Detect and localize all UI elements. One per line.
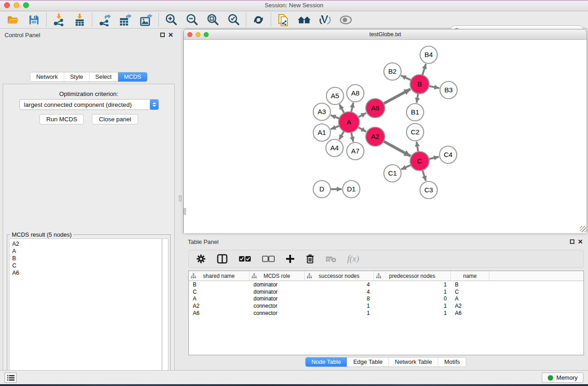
zoom-out-icon[interactable] <box>185 13 199 27</box>
node-B2[interactable]: B2 <box>384 63 401 80</box>
table-float-panel-icon[interactable] <box>570 239 574 244</box>
column-header-successor-nodes[interactable]: successor nodes <box>305 271 374 281</box>
tab-style[interactable]: Style <box>64 72 89 81</box>
network-home-icon[interactable] <box>297 13 311 27</box>
node-B[interactable]: B <box>410 75 429 94</box>
open-file-icon[interactable] <box>6 13 20 27</box>
function-builder-icon[interactable]: f(x) <box>347 254 359 264</box>
cell-predecessor-nodes[interactable]: 1 <box>374 303 451 309</box>
node-A2[interactable]: A2 <box>366 127 385 146</box>
refresh-layout-icon[interactable] <box>252 13 265 27</box>
cell-predecessor-nodes[interactable]: 1 <box>374 281 451 288</box>
close-panel-button[interactable]: Close panel <box>92 114 138 124</box>
column-header-shared-name[interactable]: shared name <box>189 271 249 281</box>
canvas-splitter-handle[interactable] <box>184 208 186 214</box>
node-C[interactable]: C <box>410 152 429 171</box>
cell-MCDS-role[interactable]: connector <box>249 310 305 316</box>
column-header-predecessor-nodes[interactable]: predecessor nodes <box>374 271 451 281</box>
mcds-result-item[interactable]: C <box>12 262 162 269</box>
float-panel-icon[interactable] <box>160 33 165 37</box>
memory-button[interactable]: Memory <box>542 372 583 383</box>
zoom-in-icon[interactable] <box>164 13 178 27</box>
cell-successor-nodes[interactable]: 4 <box>305 289 374 295</box>
tab-motifs[interactable]: Motifs <box>438 357 466 367</box>
node-C4[interactable]: C4 <box>440 146 457 163</box>
node-D1[interactable]: D1 <box>343 181 360 198</box>
tab-network[interactable]: Network <box>30 72 64 81</box>
network-canvas[interactable]: B4B2BB3A5A8A6B1A3AA1C2A2A4A7C4CC1C3DD1 <box>184 40 587 233</box>
node-B1[interactable]: B1 <box>406 104 424 121</box>
node-A6[interactable]: A6 <box>366 99 385 118</box>
import-table-icon[interactable] <box>73 13 86 27</box>
table-row[interactable]: Bdominator41B <box>189 281 583 288</box>
mcds-result-scrollbar[interactable] <box>162 238 168 386</box>
cell-name[interactable]: A <box>451 295 489 302</box>
cell-shared-name[interactable]: A2 <box>189 303 249 309</box>
delete-table-icon[interactable] <box>325 255 336 262</box>
cell-predecessor-nodes[interactable]: 0 <box>374 295 451 302</box>
splitter-handle[interactable] <box>179 195 182 201</box>
mcds-result-item[interactable]: A2 <box>12 240 162 248</box>
tab-node-table[interactable]: Node Table <box>306 357 347 367</box>
node-C2[interactable]: C2 <box>406 124 424 141</box>
cell-shared-name[interactable]: B <box>189 281 249 288</box>
export-network-icon[interactable] <box>98 13 111 27</box>
node-A5[interactable]: A5 <box>326 87 344 105</box>
cell-successor-nodes[interactable]: 1 <box>305 303 374 309</box>
node-A7[interactable]: A7 <box>347 143 364 160</box>
cell-MCDS-role[interactable]: connector <box>249 303 305 309</box>
cell-successor-nodes[interactable]: 1 <box>305 310 374 316</box>
tab-mcds[interactable]: MCDS <box>118 72 147 81</box>
node-B4[interactable]: B4 <box>420 46 437 63</box>
zoom-fit-icon[interactable] <box>206 13 220 27</box>
table-row[interactable]: A2connector11A2 <box>189 302 583 310</box>
cell-MCDS-role[interactable]: dominator <box>249 281 305 288</box>
export-table-icon[interactable] <box>119 13 132 27</box>
cell-MCDS-role[interactable]: dominator <box>249 289 305 295</box>
duplicate-network-icon[interactable] <box>277 13 290 27</box>
cell-shared-name[interactable]: A <box>189 295 249 302</box>
tab-network-table[interactable]: Network Table <box>388 357 438 367</box>
node-A[interactable]: A <box>339 112 359 133</box>
mcds-result-item[interactable]: B <box>12 255 162 262</box>
vizmap-icon[interactable] <box>318 13 332 27</box>
cell-predecessor-nodes[interactable]: 1 <box>374 289 451 295</box>
cell-name[interactable]: B <box>451 281 489 288</box>
delete-column-trash-icon[interactable] <box>306 254 315 264</box>
select-all-columns-icon[interactable] <box>239 256 251 262</box>
mcds-result-list[interactable]: A2ABCA6 <box>9 238 162 386</box>
tab-edge-table[interactable]: Edge Table <box>347 357 388 367</box>
run-mcds-button[interactable]: Run MCDS <box>39 114 84 124</box>
node-A4[interactable]: A4 <box>326 139 343 157</box>
cell-name[interactable]: A2 <box>451 303 489 309</box>
node-C3[interactable]: C3 <box>420 181 437 199</box>
tab-select[interactable]: Select <box>89 72 118 81</box>
table-row[interactable]: Cdominator41C <box>189 288 583 295</box>
eye-icon[interactable] <box>339 13 353 27</box>
save-session-icon[interactable] <box>27 13 41 27</box>
table-close-panel-icon[interactable]: ✕ <box>578 238 583 245</box>
criterion-dropdown[interactable]: largest connected component (directed) <box>19 99 159 110</box>
cell-successor-nodes[interactable]: 4 <box>305 281 374 288</box>
show-columns-icon[interactable] <box>217 254 228 264</box>
export-image-icon[interactable] <box>139 13 153 27</box>
network-window-titlebar[interactable]: testGlobe.txt <box>184 29 587 40</box>
cell-shared-name[interactable]: C <box>189 289 249 295</box>
cell-name[interactable]: C <box>451 289 489 295</box>
zoom-selected-icon[interactable] <box>227 13 240 27</box>
node-A1[interactable]: A1 <box>313 124 330 141</box>
cell-MCDS-role[interactable]: dominator <box>249 295 305 302</box>
cell-name[interactable]: A6 <box>451 310 489 316</box>
mcds-result-item[interactable]: A6 <box>12 269 162 276</box>
deselect-all-columns-icon[interactable] <box>262 256 275 262</box>
node-B3[interactable]: B3 <box>440 81 457 99</box>
node-A8[interactable]: A8 <box>347 85 364 102</box>
task-history-button[interactable] <box>5 372 17 383</box>
cell-successor-nodes[interactable]: 8 <box>305 295 374 302</box>
cell-shared-name[interactable]: A6 <box>189 310 249 316</box>
table-row[interactable]: Adominator80A <box>189 295 583 303</box>
import-network-icon[interactable] <box>52 13 66 27</box>
table-row[interactable]: A6connector11A6 <box>189 310 583 317</box>
column-header-MCDS-role[interactable]: MCDS role <box>249 271 305 281</box>
node-C1[interactable]: C1 <box>384 165 401 182</box>
